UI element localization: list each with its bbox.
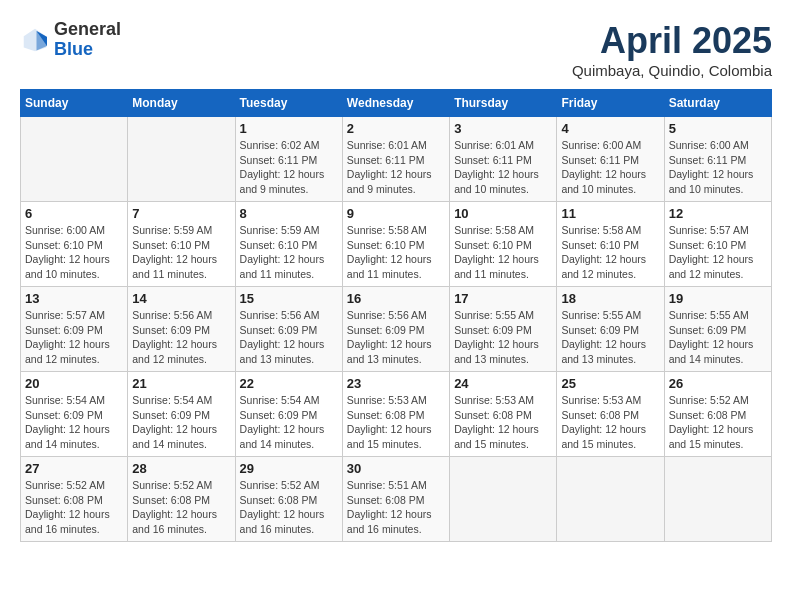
day-number: 26: [669, 376, 767, 391]
calendar-cell: 6Sunrise: 6:00 AMSunset: 6:10 PMDaylight…: [21, 202, 128, 287]
weekday-header: Saturday: [664, 90, 771, 117]
calendar-cell: 23Sunrise: 5:53 AMSunset: 6:08 PMDayligh…: [342, 372, 449, 457]
calendar-cell: 20Sunrise: 5:54 AMSunset: 6:09 PMDayligh…: [21, 372, 128, 457]
day-number: 16: [347, 291, 445, 306]
calendar-cell: 4Sunrise: 6:00 AMSunset: 6:11 PMDaylight…: [557, 117, 664, 202]
day-info: Sunrise: 5:57 AMSunset: 6:10 PMDaylight:…: [669, 223, 767, 282]
calendar-cell: 30Sunrise: 5:51 AMSunset: 6:08 PMDayligh…: [342, 457, 449, 542]
day-number: 23: [347, 376, 445, 391]
day-number: 27: [25, 461, 123, 476]
day-number: 11: [561, 206, 659, 221]
day-number: 2: [347, 121, 445, 136]
day-info: Sunrise: 5:58 AMSunset: 6:10 PMDaylight:…: [454, 223, 552, 282]
day-number: 22: [240, 376, 338, 391]
day-number: 20: [25, 376, 123, 391]
day-number: 14: [132, 291, 230, 306]
day-number: 12: [669, 206, 767, 221]
page-header: General Blue April 2025 Quimbaya, Quindi…: [20, 20, 772, 79]
week-row: 27Sunrise: 5:52 AMSunset: 6:08 PMDayligh…: [21, 457, 772, 542]
day-info: Sunrise: 5:53 AMSunset: 6:08 PMDaylight:…: [347, 393, 445, 452]
day-info: Sunrise: 5:52 AMSunset: 6:08 PMDaylight:…: [240, 478, 338, 537]
calendar-cell: [450, 457, 557, 542]
day-number: 21: [132, 376, 230, 391]
calendar-cell: 14Sunrise: 5:56 AMSunset: 6:09 PMDayligh…: [128, 287, 235, 372]
calendar-table: SundayMondayTuesdayWednesdayThursdayFrid…: [20, 89, 772, 542]
weekday-header: Friday: [557, 90, 664, 117]
day-info: Sunrise: 5:55 AMSunset: 6:09 PMDaylight:…: [669, 308, 767, 367]
day-number: 30: [347, 461, 445, 476]
day-info: Sunrise: 6:00 AMSunset: 6:11 PMDaylight:…: [561, 138, 659, 197]
day-number: 18: [561, 291, 659, 306]
calendar-cell: [557, 457, 664, 542]
day-number: 3: [454, 121, 552, 136]
day-info: Sunrise: 5:51 AMSunset: 6:08 PMDaylight:…: [347, 478, 445, 537]
calendar-cell: 16Sunrise: 5:56 AMSunset: 6:09 PMDayligh…: [342, 287, 449, 372]
location-subtitle: Quimbaya, Quindio, Colombia: [572, 62, 772, 79]
day-number: 13: [25, 291, 123, 306]
day-info: Sunrise: 5:56 AMSunset: 6:09 PMDaylight:…: [132, 308, 230, 367]
day-info: Sunrise: 6:00 AMSunset: 6:11 PMDaylight:…: [669, 138, 767, 197]
month-title: April 2025: [572, 20, 772, 62]
weekday-header: Wednesday: [342, 90, 449, 117]
calendar-cell: 29Sunrise: 5:52 AMSunset: 6:08 PMDayligh…: [235, 457, 342, 542]
calendar-cell: 28Sunrise: 5:52 AMSunset: 6:08 PMDayligh…: [128, 457, 235, 542]
day-info: Sunrise: 5:58 AMSunset: 6:10 PMDaylight:…: [347, 223, 445, 282]
day-number: 6: [25, 206, 123, 221]
day-number: 15: [240, 291, 338, 306]
calendar-cell: 26Sunrise: 5:52 AMSunset: 6:08 PMDayligh…: [664, 372, 771, 457]
weekday-header: Thursday: [450, 90, 557, 117]
day-info: Sunrise: 5:53 AMSunset: 6:08 PMDaylight:…: [454, 393, 552, 452]
calendar-cell: 13Sunrise: 5:57 AMSunset: 6:09 PMDayligh…: [21, 287, 128, 372]
day-info: Sunrise: 5:52 AMSunset: 6:08 PMDaylight:…: [25, 478, 123, 537]
logo-general: General: [54, 20, 121, 40]
day-info: Sunrise: 5:54 AMSunset: 6:09 PMDaylight:…: [25, 393, 123, 452]
day-number: 9: [347, 206, 445, 221]
day-info: Sunrise: 5:56 AMSunset: 6:09 PMDaylight:…: [240, 308, 338, 367]
week-row: 13Sunrise: 5:57 AMSunset: 6:09 PMDayligh…: [21, 287, 772, 372]
logo-blue: Blue: [54, 40, 121, 60]
calendar-header-row: SundayMondayTuesdayWednesdayThursdayFrid…: [21, 90, 772, 117]
title-area: April 2025 Quimbaya, Quindio, Colombia: [572, 20, 772, 79]
week-row: 20Sunrise: 5:54 AMSunset: 6:09 PMDayligh…: [21, 372, 772, 457]
day-number: 25: [561, 376, 659, 391]
day-info: Sunrise: 5:53 AMSunset: 6:08 PMDaylight:…: [561, 393, 659, 452]
day-info: Sunrise: 5:52 AMSunset: 6:08 PMDaylight:…: [132, 478, 230, 537]
logo: General Blue: [20, 20, 121, 60]
day-number: 19: [669, 291, 767, 306]
logo-icon: [20, 25, 50, 55]
day-number: 29: [240, 461, 338, 476]
calendar-cell: 17Sunrise: 5:55 AMSunset: 6:09 PMDayligh…: [450, 287, 557, 372]
calendar-cell: 7Sunrise: 5:59 AMSunset: 6:10 PMDaylight…: [128, 202, 235, 287]
calendar-cell: 25Sunrise: 5:53 AMSunset: 6:08 PMDayligh…: [557, 372, 664, 457]
day-number: 4: [561, 121, 659, 136]
day-info: Sunrise: 5:59 AMSunset: 6:10 PMDaylight:…: [240, 223, 338, 282]
day-info: Sunrise: 5:52 AMSunset: 6:08 PMDaylight:…: [669, 393, 767, 452]
day-info: Sunrise: 6:01 AMSunset: 6:11 PMDaylight:…: [347, 138, 445, 197]
calendar-cell: 15Sunrise: 5:56 AMSunset: 6:09 PMDayligh…: [235, 287, 342, 372]
day-info: Sunrise: 5:54 AMSunset: 6:09 PMDaylight:…: [240, 393, 338, 452]
day-info: Sunrise: 6:00 AMSunset: 6:10 PMDaylight:…: [25, 223, 123, 282]
calendar-cell: 3Sunrise: 6:01 AMSunset: 6:11 PMDaylight…: [450, 117, 557, 202]
week-row: 6Sunrise: 6:00 AMSunset: 6:10 PMDaylight…: [21, 202, 772, 287]
day-number: 5: [669, 121, 767, 136]
calendar-cell: 8Sunrise: 5:59 AMSunset: 6:10 PMDaylight…: [235, 202, 342, 287]
calendar-cell: [128, 117, 235, 202]
day-info: Sunrise: 6:01 AMSunset: 6:11 PMDaylight:…: [454, 138, 552, 197]
calendar-cell: 27Sunrise: 5:52 AMSunset: 6:08 PMDayligh…: [21, 457, 128, 542]
calendar-cell: 9Sunrise: 5:58 AMSunset: 6:10 PMDaylight…: [342, 202, 449, 287]
calendar-cell: 22Sunrise: 5:54 AMSunset: 6:09 PMDayligh…: [235, 372, 342, 457]
day-info: Sunrise: 5:55 AMSunset: 6:09 PMDaylight:…: [561, 308, 659, 367]
day-info: Sunrise: 5:57 AMSunset: 6:09 PMDaylight:…: [25, 308, 123, 367]
calendar-cell: 18Sunrise: 5:55 AMSunset: 6:09 PMDayligh…: [557, 287, 664, 372]
day-info: Sunrise: 5:55 AMSunset: 6:09 PMDaylight:…: [454, 308, 552, 367]
calendar-cell: 5Sunrise: 6:00 AMSunset: 6:11 PMDaylight…: [664, 117, 771, 202]
calendar-cell: 11Sunrise: 5:58 AMSunset: 6:10 PMDayligh…: [557, 202, 664, 287]
day-number: 8: [240, 206, 338, 221]
day-number: 24: [454, 376, 552, 391]
calendar-cell: 2Sunrise: 6:01 AMSunset: 6:11 PMDaylight…: [342, 117, 449, 202]
day-number: 7: [132, 206, 230, 221]
weekday-header: Tuesday: [235, 90, 342, 117]
day-number: 17: [454, 291, 552, 306]
day-info: Sunrise: 5:59 AMSunset: 6:10 PMDaylight:…: [132, 223, 230, 282]
day-info: Sunrise: 6:02 AMSunset: 6:11 PMDaylight:…: [240, 138, 338, 197]
